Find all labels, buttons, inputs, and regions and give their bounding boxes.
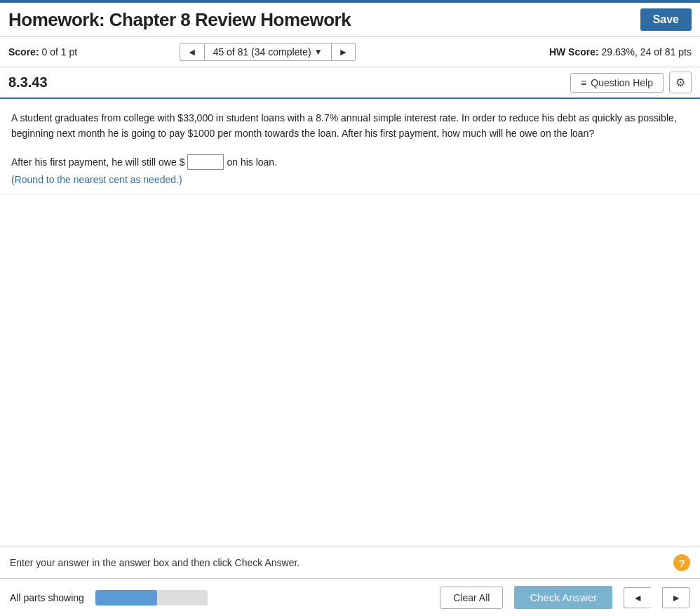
question-navigator: ◄ 45 of 81 (34 complete) ▼ ► bbox=[180, 43, 356, 61]
instruction-text: Enter your answer in the answer box and … bbox=[10, 557, 299, 568]
answer-prefix: After his first payment, he will still o… bbox=[11, 156, 184, 168]
settings-button[interactable]: ⚙ bbox=[669, 72, 692, 93]
main-content: A student graduates from college with $3… bbox=[0, 99, 700, 194]
bottom-instruction-bar: Enter your answer in the answer box and … bbox=[0, 547, 700, 578]
footer-nav-prev-button[interactable]: ◄ bbox=[624, 587, 651, 608]
answer-suffix: on his loan. bbox=[227, 156, 277, 168]
question-help-group: ≡ Question Help ⚙ bbox=[570, 72, 692, 93]
all-parts-label: All parts showing bbox=[10, 592, 84, 603]
nav-display[interactable]: 45 of 81 (34 complete) ▼ bbox=[204, 43, 332, 61]
header: Homework: Chapter 8 Review Homework Save bbox=[0, 0, 700, 37]
help-icon[interactable]: ? bbox=[673, 554, 690, 571]
save-button[interactable]: Save bbox=[640, 8, 692, 31]
clear-all-button[interactable]: Clear All bbox=[440, 587, 503, 609]
question-bar: 8.3.43 ≡ Question Help ⚙ bbox=[0, 67, 700, 99]
page-title: Homework: Chapter 8 Review Homework bbox=[8, 9, 351, 31]
nav-prev-button[interactable]: ◄ bbox=[180, 43, 204, 61]
question-help-label: Question Help bbox=[591, 77, 653, 88]
score-display: Score: 0 of 1 pt bbox=[8, 46, 77, 58]
score-bar: Score: 0 of 1 pt ◄ 45 of 81 (34 complete… bbox=[0, 37, 700, 67]
nav-display-text: 45 of 81 (34 complete) bbox=[213, 46, 311, 58]
question-number: 8.3.43 bbox=[8, 74, 48, 91]
score-value: 0 of 1 pt bbox=[41, 46, 77, 58]
hw-score-value: 29.63%, 24 of 81 pts bbox=[602, 46, 692, 58]
question-help-icon: ≡ bbox=[581, 77, 586, 88]
check-answer-button[interactable]: Check Answer bbox=[514, 586, 612, 609]
round-note: (Round to the nearest cent as needed.) bbox=[11, 174, 689, 185]
page-wrapper: Homework: Chapter 8 Review Homework Save… bbox=[0, 0, 700, 616]
hw-score-label: HW Score: bbox=[549, 46, 599, 58]
progress-bar-fill bbox=[95, 590, 157, 605]
spacer bbox=[0, 194, 700, 547]
answer-line: After his first payment, he will still o… bbox=[11, 154, 689, 170]
problem-text: A student graduates from college with $3… bbox=[11, 110, 689, 142]
question-help-button[interactable]: ≡ Question Help bbox=[570, 73, 664, 93]
score-label: Score: bbox=[8, 46, 39, 58]
nav-next-button[interactable]: ► bbox=[332, 43, 356, 61]
answer-input[interactable] bbox=[187, 154, 224, 170]
nav-dropdown-arrow: ▼ bbox=[314, 47, 323, 57]
footer-bar: All parts showing Clear All Check Answer… bbox=[0, 578, 700, 616]
footer-nav-next-button[interactable]: ► bbox=[662, 587, 690, 608]
progress-bar bbox=[95, 590, 208, 605]
hw-score-display: HW Score: 29.63%, 24 of 81 pts bbox=[549, 46, 692, 58]
content-area: A student graduates from college with $3… bbox=[0, 99, 700, 547]
